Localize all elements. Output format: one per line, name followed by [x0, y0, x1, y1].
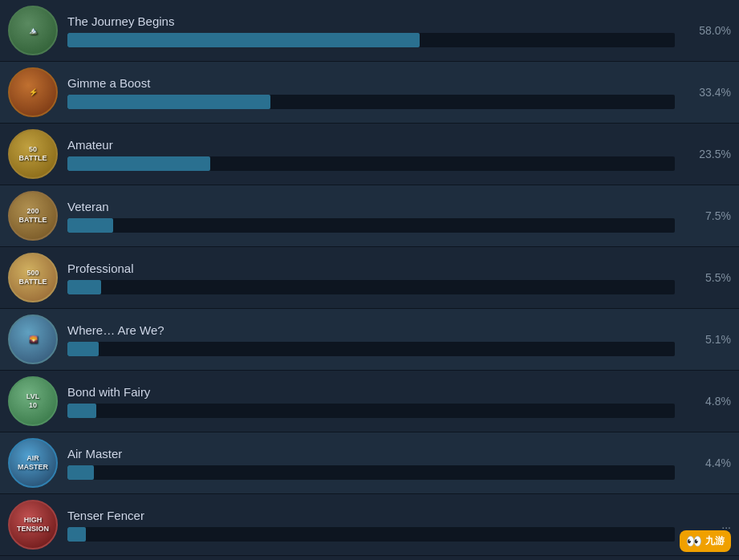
- progress-bar-container: [67, 218, 675, 233]
- achievement-content: Professional: [67, 262, 675, 294]
- achievement-row: 🌄Where… Are We?5.1%: [0, 309, 739, 371]
- achievement-icon: ⚡: [8, 67, 58, 117]
- achievement-icon: 500 BATTLE: [8, 253, 58, 302]
- achievement-icon-text: ⚡: [29, 88, 38, 97]
- achievement-name: Air Master: [67, 447, 675, 461]
- progress-bar-fill: [67, 342, 99, 356]
- achievement-row: 50 BATTLEAmateur23.5%: [0, 124, 739, 185]
- achievement-percent: 23.5%: [675, 148, 731, 160]
- progress-bar-container: [67, 95, 675, 109]
- achievement-icon: 200 BATTLE: [8, 191, 58, 241]
- progress-bar-container: [67, 342, 675, 356]
- achievement-icon-inner: AIR MASTER: [8, 438, 58, 488]
- achievement-content: Veteran: [67, 200, 675, 233]
- achievement-icon: 🏔️: [8, 6, 58, 55]
- achievement-row: HIGH TENSIONTenser Fencer...: [0, 494, 739, 556]
- achievement-list: 🏔️The Journey Begins58.0%⚡Gimme a Boost3…: [0, 0, 739, 556]
- achievement-icon-inner: 200 BATTLE: [8, 191, 58, 241]
- achievement-row: AIR MASTERAir Master4.4%: [0, 432, 739, 494]
- progress-bar-container: [67, 527, 675, 542]
- achievement-content: Gimme a Boost: [67, 76, 675, 109]
- achievement-name: Professional: [67, 262, 675, 275]
- progress-bar-container: [67, 156, 675, 171]
- achievement-row: LVL 10Bond with Fairy4.8%: [0, 371, 739, 432]
- progress-bar-fill: [67, 404, 96, 418]
- achievement-percent: 58.0%: [675, 24, 731, 37]
- achievement-percent: 5.5%: [675, 271, 731, 284]
- progress-bar-container: [67, 280, 675, 294]
- achievement-icon: 50 BATTLE: [8, 129, 58, 179]
- progress-bar-fill: [67, 156, 210, 171]
- achievement-content: Air Master: [67, 447, 675, 480]
- achievement-percent: 7.5%: [675, 209, 731, 222]
- achievement-icon-inner: 50 BATTLE: [8, 129, 58, 179]
- progress-bar-fill: [67, 465, 94, 480]
- achievement-icon-inner: 500 BATTLE: [8, 253, 58, 302]
- achievement-name: Veteran: [67, 200, 675, 213]
- achievement-name: Gimme a Boost: [67, 76, 675, 90]
- achievement-content: Tenser Fencer: [67, 509, 675, 542]
- achievement-icon-text: HIGH TENSION: [17, 516, 49, 534]
- watermark-text: 九游: [705, 534, 725, 548]
- achievement-content: Bond with Fairy: [67, 385, 675, 418]
- achievement-icon-text: 200 BATTLE: [19, 207, 47, 225]
- achievement-icon-text: LVL 10: [26, 392, 39, 410]
- achievement-icon-inner: 🏔️: [8, 6, 58, 55]
- achievement-name: Tenser Fencer: [67, 509, 675, 522]
- achievement-percent: 4.4%: [675, 457, 731, 469]
- achievement-content: Where… Are We?: [67, 323, 675, 356]
- achievement-icon-text: 🌄: [29, 335, 38, 344]
- achievement-row: 🏔️The Journey Begins58.0%: [0, 0, 739, 62]
- achievement-icon-text: 🏔️: [29, 26, 38, 35]
- watermark: 👀 九游: [680, 530, 731, 552]
- progress-bar-container: [67, 465, 675, 480]
- progress-bar-container: [67, 404, 675, 418]
- progress-bar-fill: [67, 95, 270, 109]
- progress-bar-fill: [67, 33, 420, 47]
- achievement-row: ⚡Gimme a Boost33.4%: [0, 62, 739, 124]
- achievement-row: 500 BATTLEProfessional5.5%: [0, 247, 739, 309]
- achievement-content: The Journey Begins: [67, 14, 675, 47]
- achievement-percent: ...: [675, 518, 731, 531]
- achievement-icon-inner: HIGH TENSION: [8, 500, 58, 550]
- watermark-eyes: 👀: [686, 534, 702, 549]
- achievement-icon: 🌄: [8, 314, 58, 364]
- progress-bar-container: [67, 33, 675, 47]
- achievement-icon: AIR MASTER: [8, 438, 58, 488]
- achievement-icon-inner: 🌄: [8, 314, 58, 364]
- achievement-percent: 33.4%: [675, 86, 731, 99]
- achievement-name: The Journey Begins: [67, 14, 675, 28]
- achievement-icon-text: 50 BATTLE: [19, 145, 47, 163]
- achievement-name: Amateur: [67, 138, 675, 152]
- achievement-icon: LVL 10: [8, 376, 58, 426]
- progress-bar-fill: [67, 527, 86, 542]
- achievement-content: Amateur: [67, 138, 675, 171]
- achievement-icon-text: AIR MASTER: [18, 454, 48, 472]
- achievement-icon-inner: LVL 10: [8, 376, 58, 426]
- achievement-icon-inner: ⚡: [8, 67, 58, 117]
- progress-bar-fill: [67, 280, 101, 294]
- achievement-row: 200 BATTLEVeteran7.5%: [0, 185, 739, 247]
- achievement-percent: 4.8%: [675, 395, 731, 408]
- achievement-name: Where… Are We?: [67, 323, 675, 337]
- achievement-icon: HIGH TENSION: [8, 500, 58, 550]
- progress-bar-fill: [67, 218, 113, 233]
- achievement-icon-text: 500 BATTLE: [19, 269, 47, 286]
- achievement-percent: 5.1%: [675, 333, 731, 346]
- achievement-name: Bond with Fairy: [67, 385, 675, 399]
